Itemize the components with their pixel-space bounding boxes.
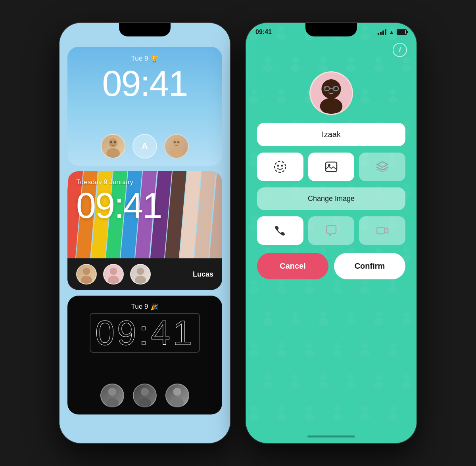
svg-point-7 xyxy=(177,141,180,143)
face-scan-button[interactable] xyxy=(257,153,303,181)
left-screen: Tue 9 🏆 09:41 A xyxy=(60,23,230,443)
message-button[interactable] xyxy=(308,216,355,245)
widget-dark: Tue 9 🎉 09:41 xyxy=(67,296,222,414)
action-row xyxy=(257,216,405,245)
widget1-date: Tue 9 xyxy=(131,55,148,63)
notch xyxy=(119,23,171,36)
widget-rainbow: Tuesday 9 January 09:41 xyxy=(67,171,222,290)
signal-bar-3 xyxy=(382,31,384,35)
battery-fill xyxy=(397,30,405,34)
svg-point-18 xyxy=(173,388,182,396)
right-notch xyxy=(305,23,357,36)
svg-point-30 xyxy=(325,87,326,89)
name-field[interactable]: Izaak xyxy=(257,123,405,146)
avatar-7 xyxy=(100,384,124,407)
svg-point-5 xyxy=(170,148,183,158)
cancel-label: Cancel xyxy=(280,262,306,270)
widget2-date: Tuesday 9 January xyxy=(76,178,213,186)
home-indicator xyxy=(307,435,355,437)
widget2-content: Tuesday 9 January 09:41 xyxy=(67,171,222,290)
gallery-button[interactable] xyxy=(308,153,355,181)
svg-point-16 xyxy=(141,388,149,396)
message-icon xyxy=(325,224,338,237)
trophy-icon: 🏆 xyxy=(150,55,158,63)
phone-icon xyxy=(274,224,286,237)
video-icon xyxy=(376,224,389,237)
svg-point-6 xyxy=(174,141,176,143)
avatar-letter: A xyxy=(132,134,157,159)
avatar-3 xyxy=(164,134,189,159)
phone-call-button[interactable] xyxy=(257,216,303,245)
party-icon: 🎉 xyxy=(150,303,158,311)
svg-point-17 xyxy=(138,398,151,407)
avatar-8 xyxy=(133,384,157,407)
svg-point-0 xyxy=(109,138,117,147)
video-button[interactable] xyxy=(359,216,405,245)
svg-point-34 xyxy=(281,165,283,167)
cancel-button[interactable]: Cancel xyxy=(257,253,328,279)
widget3-date: Tue 9 xyxy=(131,303,148,311)
avatar-9 xyxy=(165,384,189,407)
svg-point-24 xyxy=(320,98,343,114)
right-phone: 09:41 ▲ i xyxy=(246,23,416,443)
wifi-icon: ▲ xyxy=(389,29,394,35)
signal-bar-2 xyxy=(380,32,382,35)
svg-point-32 xyxy=(274,161,286,172)
signal-bars xyxy=(378,29,386,35)
contact-card: Izaak xyxy=(246,71,416,279)
widget1-header: Tue 9 🏆 xyxy=(131,55,159,63)
face-scan-icon xyxy=(273,160,287,174)
signal-bar-4 xyxy=(385,29,386,35)
layers-icon xyxy=(375,160,390,174)
bottom-buttons: Cancel Confirm xyxy=(257,253,405,279)
svg-point-3 xyxy=(114,141,116,143)
widget-sky: Tue 9 🏆 09:41 A xyxy=(67,47,222,166)
profile-avatar xyxy=(309,71,353,115)
change-image-button[interactable]: Change Image xyxy=(257,187,405,210)
svg-point-19 xyxy=(171,398,184,407)
svg-rect-37 xyxy=(377,227,385,234)
change-image-label: Change Image xyxy=(308,195,355,202)
battery-icon xyxy=(397,29,407,35)
svg-point-15 xyxy=(106,398,119,407)
confirm-button[interactable]: Confirm xyxy=(334,253,405,279)
info-icon: i xyxy=(399,46,401,54)
right-screen: 09:41 ▲ i xyxy=(246,23,416,443)
signal-bar-1 xyxy=(378,33,379,35)
widget3-avatars xyxy=(100,384,189,407)
svg-point-2 xyxy=(110,141,113,143)
widget3-header: Tue 9 🎉 xyxy=(131,303,159,311)
svg-point-31 xyxy=(334,87,336,89)
image-icon xyxy=(324,160,338,174)
widget1-avatars: A xyxy=(101,134,189,159)
layers-button[interactable] xyxy=(359,153,405,181)
svg-point-36 xyxy=(328,164,330,166)
widget3-time: 09:41 xyxy=(90,313,200,353)
left-phone: Tue 9 🏆 09:41 A xyxy=(60,23,230,443)
svg-point-14 xyxy=(108,388,117,396)
status-time: 09:41 xyxy=(255,29,272,36)
svg-rect-35 xyxy=(326,162,337,172)
confirm-label: Confirm xyxy=(355,262,385,270)
avatar-1 xyxy=(101,134,125,159)
status-icons: ▲ xyxy=(378,29,407,35)
svg-point-33 xyxy=(277,165,279,167)
image-source-row xyxy=(257,153,405,181)
svg-point-4 xyxy=(172,138,181,147)
widget1-time: 09:41 xyxy=(102,66,187,101)
info-button[interactable]: i xyxy=(393,43,407,57)
contact-name: Izaak xyxy=(322,130,341,139)
widget2-time: 09:41 xyxy=(76,188,213,223)
svg-point-1 xyxy=(106,148,120,158)
